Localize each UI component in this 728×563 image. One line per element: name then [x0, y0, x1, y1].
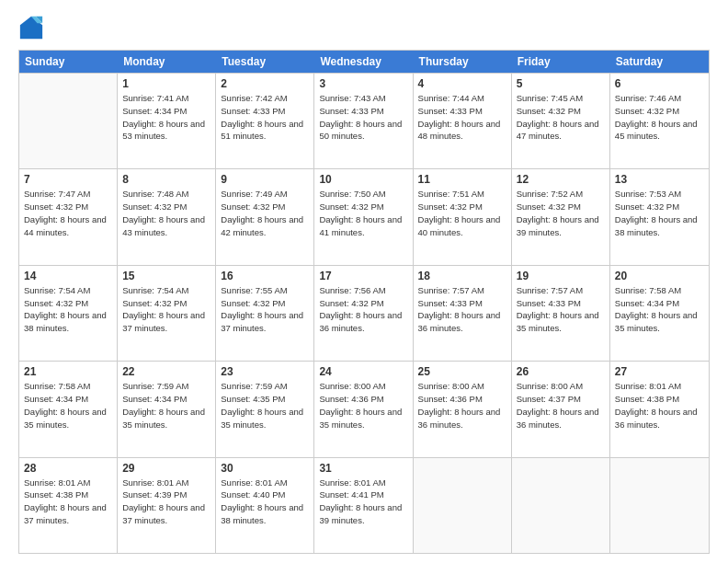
calendar-cell-empty-5: [512, 458, 610, 553]
day-info: Sunrise: 8:01 AMSunset: 4:38 PMDaylight:…: [615, 380, 704, 431]
calendar-cell-empty-0: [19, 74, 118, 168]
day-number: 9: [221, 173, 309, 186]
calendar-cell-11: 11Sunrise: 7:51 AMSunset: 4:32 PMDayligh…: [414, 169, 512, 264]
day-info: Sunrise: 7:58 AMSunset: 4:34 PMDaylight:…: [24, 380, 112, 431]
day-number: 8: [122, 173, 210, 186]
day-number: 7: [24, 173, 112, 186]
day-number: 22: [122, 365, 210, 378]
calendar-cell-16: 16Sunrise: 7:55 AMSunset: 4:32 PMDayligh…: [216, 266, 314, 361]
day-number: 31: [319, 462, 407, 475]
calendar-row-2: 14Sunrise: 7:54 AMSunset: 4:32 PMDayligh…: [19, 265, 709, 361]
logo-icon: [18, 15, 44, 40]
day-info: Sunrise: 7:57 AMSunset: 4:33 PMDaylight:…: [418, 284, 506, 335]
header-day-thursday: Thursday: [414, 51, 512, 73]
day-info: Sunrise: 7:44 AMSunset: 4:33 PMDaylight:…: [418, 92, 506, 143]
day-info: Sunrise: 7:59 AMSunset: 4:34 PMDaylight:…: [122, 380, 210, 431]
day-info: Sunrise: 7:53 AMSunset: 4:32 PMDaylight:…: [615, 188, 704, 238]
day-number: 19: [517, 270, 605, 282]
calendar-cell-15: 15Sunrise: 7:54 AMSunset: 4:32 PMDayligh…: [118, 266, 216, 361]
day-info: Sunrise: 7:43 AMSunset: 4:33 PMDaylight:…: [319, 92, 407, 143]
day-number: 30: [221, 462, 309, 475]
calendar-cell-13: 13Sunrise: 7:53 AMSunset: 4:32 PMDayligh…: [610, 169, 709, 264]
calendar-cell-7: 7Sunrise: 7:47 AMSunset: 4:32 PMDaylight…: [19, 169, 118, 264]
day-number: 5: [517, 77, 605, 90]
calendar-row-4: 28Sunrise: 8:01 AMSunset: 4:38 PMDayligh…: [19, 457, 709, 553]
day-info: Sunrise: 7:52 AMSunset: 4:32 PMDaylight:…: [517, 188, 605, 238]
day-info: Sunrise: 7:58 AMSunset: 4:34 PMDaylight:…: [615, 284, 704, 335]
header-day-wednesday: Wednesday: [314, 51, 413, 73]
calendar-header: SundayMondayTuesdayWednesdayThursdayFrid…: [19, 51, 709, 73]
calendar-body: 1Sunrise: 7:41 AMSunset: 4:34 PMDaylight…: [19, 73, 709, 553]
calendar-cell-27: 27Sunrise: 8:01 AMSunset: 4:38 PMDayligh…: [610, 362, 709, 456]
calendar-cell-28: 28Sunrise: 8:01 AMSunset: 4:38 PMDayligh…: [19, 458, 118, 553]
day-info: Sunrise: 7:41 AMSunset: 4:34 PMDaylight:…: [122, 92, 210, 143]
day-number: 15: [122, 270, 210, 282]
calendar-row-0: 1Sunrise: 7:41 AMSunset: 4:34 PMDaylight…: [19, 73, 709, 168]
day-info: Sunrise: 7:54 AMSunset: 4:32 PMDaylight:…: [24, 284, 112, 335]
day-info: Sunrise: 7:59 AMSunset: 4:35 PMDaylight:…: [221, 380, 309, 431]
day-number: 14: [24, 270, 112, 282]
calendar-cell-10: 10Sunrise: 7:50 AMSunset: 4:32 PMDayligh…: [314, 169, 413, 264]
header-day-saturday: Saturday: [610, 51, 709, 73]
calendar-cell-25: 25Sunrise: 8:00 AMSunset: 4:36 PMDayligh…: [414, 362, 512, 456]
calendar-cell-9: 9Sunrise: 7:49 AMSunset: 4:32 PMDaylight…: [216, 169, 314, 264]
day-number: 29: [122, 462, 210, 475]
day-info: Sunrise: 7:51 AMSunset: 4:32 PMDaylight:…: [418, 188, 506, 238]
day-info: Sunrise: 7:57 AMSunset: 4:33 PMDaylight:…: [517, 284, 605, 335]
day-info: Sunrise: 7:42 AMSunset: 4:33 PMDaylight:…: [221, 92, 309, 143]
day-info: Sunrise: 7:55 AMSunset: 4:32 PMDaylight:…: [221, 284, 309, 335]
calendar-cell-23: 23Sunrise: 7:59 AMSunset: 4:35 PMDayligh…: [216, 362, 314, 456]
page: SundayMondayTuesdayWednesdayThursdayFrid…: [0, 0, 728, 563]
calendar-cell-26: 26Sunrise: 8:00 AMSunset: 4:37 PMDayligh…: [512, 362, 610, 456]
day-number: 11: [418, 173, 506, 186]
calendar-cell-3: 3Sunrise: 7:43 AMSunset: 4:33 PMDaylight…: [314, 74, 413, 168]
header-day-monday: Monday: [118, 51, 216, 73]
day-number: 28: [24, 462, 112, 475]
header-day-friday: Friday: [512, 51, 610, 73]
day-number: 21: [24, 365, 112, 378]
day-info: Sunrise: 7:47 AMSunset: 4:32 PMDaylight:…: [24, 188, 112, 238]
day-info: Sunrise: 7:50 AMSunset: 4:32 PMDaylight:…: [319, 188, 407, 238]
day-info: Sunrise: 8:01 AMSunset: 4:40 PMDaylight:…: [221, 477, 309, 527]
day-number: 3: [319, 77, 407, 90]
calendar-cell-14: 14Sunrise: 7:54 AMSunset: 4:32 PMDayligh…: [19, 266, 118, 361]
day-number: 6: [615, 77, 704, 90]
day-number: 2: [221, 77, 309, 90]
calendar-cell-2: 2Sunrise: 7:42 AMSunset: 4:33 PMDaylight…: [216, 74, 314, 168]
calendar-cell-24: 24Sunrise: 8:00 AMSunset: 4:36 PMDayligh…: [314, 362, 413, 456]
day-info: Sunrise: 8:01 AMSunset: 4:39 PMDaylight:…: [122, 477, 210, 527]
day-info: Sunrise: 8:00 AMSunset: 4:36 PMDaylight:…: [319, 380, 407, 431]
calendar-row-1: 7Sunrise: 7:47 AMSunset: 4:32 PMDaylight…: [19, 168, 709, 264]
calendar-cell-empty-4: [414, 458, 512, 553]
calendar-cell-17: 17Sunrise: 7:56 AMSunset: 4:32 PMDayligh…: [314, 266, 413, 361]
calendar-cell-1: 1Sunrise: 7:41 AMSunset: 4:34 PMDaylight…: [118, 74, 216, 168]
day-number: 25: [418, 365, 506, 378]
day-number: 17: [319, 270, 407, 282]
day-number: 23: [221, 365, 309, 378]
calendar-cell-29: 29Sunrise: 8:01 AMSunset: 4:39 PMDayligh…: [118, 458, 216, 553]
calendar-cell-22: 22Sunrise: 7:59 AMSunset: 4:34 PMDayligh…: [118, 362, 216, 456]
day-number: 16: [221, 270, 309, 282]
calendar-cell-31: 31Sunrise: 8:01 AMSunset: 4:41 PMDayligh…: [314, 458, 413, 553]
day-info: Sunrise: 7:46 AMSunset: 4:32 PMDaylight:…: [615, 92, 704, 143]
calendar-cell-12: 12Sunrise: 7:52 AMSunset: 4:32 PMDayligh…: [512, 169, 610, 264]
day-info: Sunrise: 8:00 AMSunset: 4:37 PMDaylight:…: [517, 380, 605, 431]
day-number: 10: [319, 173, 407, 186]
day-info: Sunrise: 7:45 AMSunset: 4:32 PMDaylight:…: [517, 92, 605, 143]
calendar-cell-5: 5Sunrise: 7:45 AMSunset: 4:32 PMDaylight…: [512, 74, 610, 168]
day-info: Sunrise: 8:01 AMSunset: 4:38 PMDaylight:…: [24, 477, 112, 527]
calendar-cell-8: 8Sunrise: 7:48 AMSunset: 4:32 PMDaylight…: [118, 169, 216, 264]
header-day-sunday: Sunday: [19, 51, 118, 73]
day-number: 4: [418, 77, 506, 90]
calendar-cell-30: 30Sunrise: 8:01 AMSunset: 4:40 PMDayligh…: [216, 458, 314, 553]
day-number: 12: [517, 173, 605, 186]
day-info: Sunrise: 7:49 AMSunset: 4:32 PMDaylight:…: [221, 188, 309, 238]
calendar-cell-6: 6Sunrise: 7:46 AMSunset: 4:32 PMDaylight…: [610, 74, 709, 168]
logo: [18, 15, 48, 40]
day-info: Sunrise: 7:48 AMSunset: 4:32 PMDaylight:…: [122, 188, 210, 238]
calendar-cell-21: 21Sunrise: 7:58 AMSunset: 4:34 PMDayligh…: [19, 362, 118, 456]
calendar-cell-empty-6: [610, 458, 709, 553]
calendar-row-3: 21Sunrise: 7:58 AMSunset: 4:34 PMDayligh…: [19, 361, 709, 456]
day-number: 26: [517, 365, 605, 378]
day-info: Sunrise: 7:54 AMSunset: 4:32 PMDaylight:…: [122, 284, 210, 335]
